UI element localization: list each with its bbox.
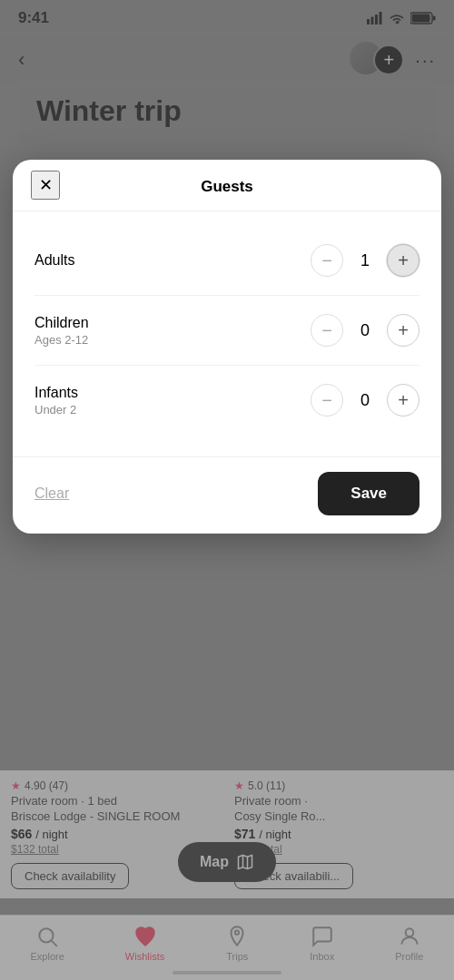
infants-count: 0 — [356, 391, 374, 410]
adults-label-group: Adults — [35, 252, 74, 269]
infants-counter: − 0 + — [311, 384, 419, 416]
children-sublabel: Ages 2-12 — [35, 333, 89, 347]
adults-label: Adults — [35, 252, 74, 269]
clear-button[interactable]: Clear — [35, 485, 69, 502]
children-counter: − 0 + — [311, 314, 419, 347]
infants-plus-button[interactable]: + — [387, 384, 419, 416]
modal-footer: Clear Save — [13, 456, 441, 534]
infants-sublabel: Under 2 — [35, 403, 78, 416]
guests-modal: ✕ Guests Adults − 1 + Children Ages 2-12 — [13, 160, 441, 534]
adults-row: Adults − 1 + — [35, 226, 419, 296]
modal-title: Guests — [201, 178, 253, 196]
save-button[interactable]: Save — [318, 472, 419, 515]
children-label: Children — [35, 315, 89, 331]
children-label-group: Children Ages 2-12 — [35, 315, 89, 347]
adults-plus-button[interactable]: + — [387, 244, 419, 277]
infants-label: Infants — [35, 385, 78, 401]
adults-count: 1 — [356, 251, 374, 270]
children-plus-button[interactable]: + — [387, 314, 419, 347]
modal-body: Adults − 1 + Children Ages 2-12 − 0 + — [13, 211, 441, 456]
adults-minus-button[interactable]: − — [311, 244, 343, 277]
infants-label-group: Infants Under 2 — [35, 385, 78, 416]
children-count: 0 — [356, 321, 374, 340]
children-minus-button[interactable]: − — [311, 314, 343, 347]
modal-header: ✕ Guests — [13, 160, 441, 211]
modal-close-button[interactable]: ✕ — [31, 171, 60, 200]
infants-minus-button[interactable]: − — [311, 384, 343, 416]
infants-row: Infants Under 2 − 0 + — [35, 366, 419, 435]
adults-counter: − 1 + — [311, 244, 419, 277]
children-row: Children Ages 2-12 − 0 + — [35, 296, 419, 366]
